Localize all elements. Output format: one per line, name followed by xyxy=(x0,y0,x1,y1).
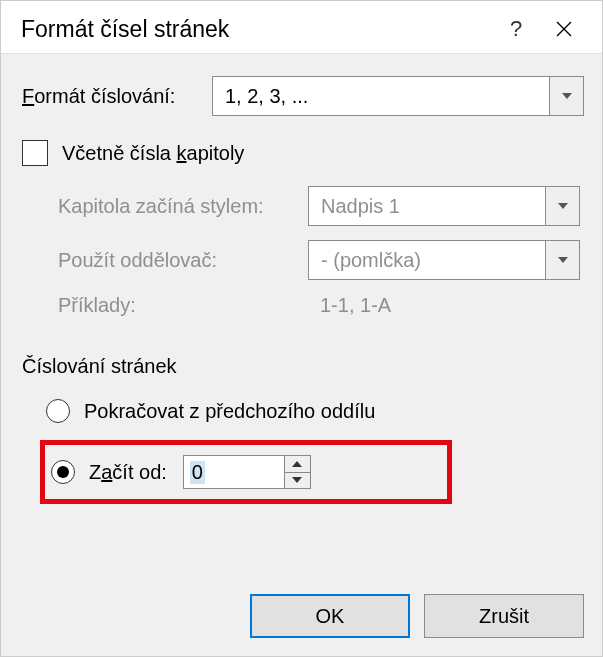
separator-row: Použít oddělovač: - (pomlčka) xyxy=(58,240,584,280)
close-icon xyxy=(555,20,573,38)
continue-previous-radio[interactable] xyxy=(46,399,70,423)
number-format-row: Formát číslování: 1, 2, 3, ... xyxy=(22,76,584,116)
examples-label: Příklady: xyxy=(58,294,308,317)
help-button[interactable]: ? xyxy=(492,11,540,47)
arrow-up-icon xyxy=(292,461,302,467)
help-icon: ? xyxy=(510,16,522,42)
cancel-button[interactable]: Zrušit xyxy=(424,594,584,638)
arrow-down-icon xyxy=(292,477,302,483)
spinner-buttons xyxy=(284,456,310,488)
continue-previous-label: Pokračovat z předchozího oddílu xyxy=(84,400,375,423)
chapter-options: Kapitola začíná stylem: Nadpis 1 Použít … xyxy=(22,186,584,331)
separator-combo[interactable]: - (pomlčka) xyxy=(308,240,580,280)
include-chapter-row: Včetně čísla kapitoly xyxy=(22,140,584,166)
separator-dropdown-button[interactable] xyxy=(545,241,579,279)
titlebar: Formát čísel stránek ? xyxy=(1,1,602,53)
start-at-value: 0 xyxy=(190,461,205,484)
number-format-value: 1, 2, 3, ... xyxy=(213,85,549,108)
examples-row: Příklady: 1-1, 1-A xyxy=(58,294,584,317)
page-numbering-group: Pokračovat z předchozího oddílu Začít od… xyxy=(22,392,584,504)
number-format-label: Formát číslování: xyxy=(22,85,212,108)
dialog-body: Formát číslování: 1, 2, 3, ... Včetně čí… xyxy=(1,53,602,656)
examples-value: 1-1, 1-A xyxy=(308,294,391,317)
chevron-down-icon xyxy=(558,257,568,263)
page-numbering-header: Číslování stránek xyxy=(22,355,584,378)
close-button[interactable] xyxy=(540,11,588,47)
dialog-title: Formát čísel stránek xyxy=(21,16,492,43)
chapter-style-label: Kapitola začíná stylem: xyxy=(58,195,308,218)
chapter-style-row: Kapitola začíná stylem: Nadpis 1 xyxy=(58,186,584,226)
page-number-format-dialog: Formát čísel stránek ? Formát číslování:… xyxy=(0,0,603,657)
spinner-up-button[interactable] xyxy=(285,456,310,472)
chapter-style-dropdown-button[interactable] xyxy=(545,187,579,225)
dialog-footer: OK Zrušit xyxy=(22,574,584,638)
start-at-input[interactable]: 0 xyxy=(184,456,284,488)
include-chapter-checkbox[interactable] xyxy=(22,140,48,166)
start-at-spinner[interactable]: 0 xyxy=(183,455,311,489)
start-at-label: Začít od: xyxy=(89,461,167,484)
chevron-down-icon xyxy=(562,93,572,99)
chapter-style-value: Nadpis 1 xyxy=(309,195,545,218)
chevron-down-icon xyxy=(558,203,568,209)
start-at-radio[interactable] xyxy=(51,460,75,484)
spinner-down-button[interactable] xyxy=(285,472,310,489)
chapter-style-combo[interactable]: Nadpis 1 xyxy=(308,186,580,226)
number-format-dropdown-button[interactable] xyxy=(549,77,583,115)
number-format-combo[interactable]: 1, 2, 3, ... xyxy=(212,76,584,116)
start-at-highlight: Začít od: 0 xyxy=(40,440,452,504)
separator-label: Použít oddělovač: xyxy=(58,249,308,272)
continue-previous-row: Pokračovat z předchozího oddílu xyxy=(46,392,584,430)
include-chapter-label: Včetně čísla kapitoly xyxy=(62,142,244,165)
ok-button[interactable]: OK xyxy=(250,594,410,638)
separator-value: - (pomlčka) xyxy=(309,249,545,272)
